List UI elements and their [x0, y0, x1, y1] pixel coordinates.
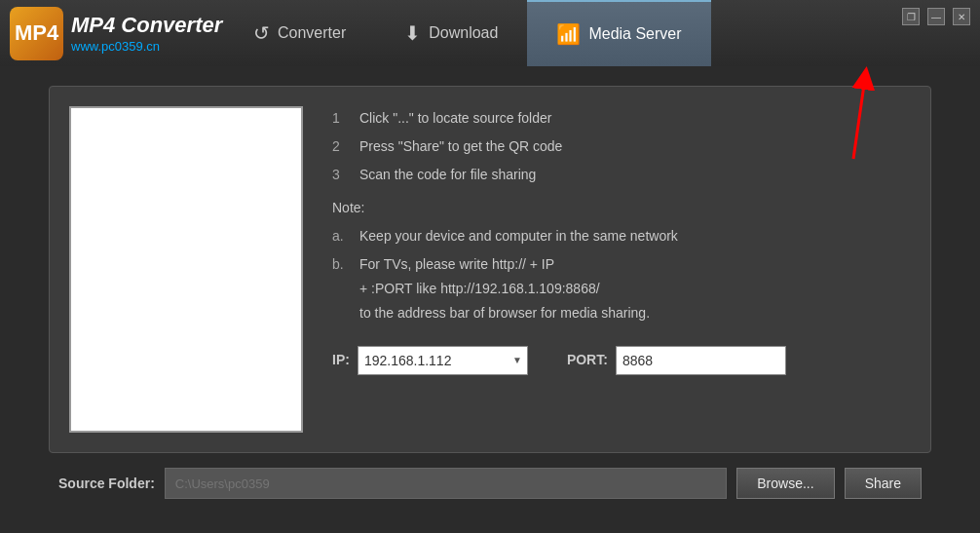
download-icon: ⬇ [404, 21, 421, 45]
ip-port-row: IP: 192.168.1.112192.168.1.1 ▼ PORT: [332, 346, 911, 375]
tab-download[interactable]: ⬇ Download [375, 0, 527, 66]
note-b: b. For TVs, please write http:// + IP + … [332, 252, 911, 326]
app-logo-icon: MP4 [10, 7, 63, 60]
source-folder-label: Source Folder: [58, 476, 155, 491]
step-2-num: 2 [332, 134, 352, 159]
app-subtitle: www.pc0359.cn [71, 39, 222, 54]
instructions-area: 1 Click "..." to locate source folder 2 … [332, 106, 911, 433]
note-label: Note: [332, 196, 911, 220]
minimize-button[interactable]: — [927, 8, 945, 25]
main-content: 1 Click "..." to locate source folder 2 … [0, 66, 980, 533]
logo-abbr: MP4 [15, 20, 58, 46]
step-3: 3 Scan the code for file sharing [332, 163, 911, 187]
logo-area: MP4 MP4 Converter www.pc0359.cn [0, 7, 224, 60]
ip-label: IP: [332, 348, 350, 372]
source-folder-input[interactable] [165, 468, 727, 499]
nav-tabs: ↺ Converter ⬇ Download 📶 Media Server [224, 0, 980, 66]
window-controls: ❐ — ✕ [902, 8, 980, 25]
step-3-text: Scan the code for file sharing [359, 163, 536, 187]
port-label: PORT: [567, 348, 608, 372]
port-field-group: PORT: [567, 346, 786, 375]
tab-converter[interactable]: ↺ Converter [224, 0, 375, 66]
browse-button[interactable]: Browse... [736, 468, 834, 499]
tab-download-label: Download [429, 24, 498, 42]
note-b-key: b. [332, 252, 352, 326]
wifi-icon: 📶 [556, 22, 581, 46]
bottom-bar: Source Folder: Browse... Share [49, 468, 931, 514]
logo-text-area: MP4 Converter www.pc0359.cn [71, 13, 222, 53]
step-1-num: 1 [332, 106, 352, 131]
port-input[interactable] [616, 346, 786, 375]
note-a-key: a. [332, 224, 352, 248]
step-2-text: Press "Share" to get the QR code [359, 134, 562, 159]
tab-converter-label: Converter [278, 24, 346, 42]
app-title: MP4 Converter [71, 13, 222, 38]
step-1-text: Click "..." to locate source folder [359, 106, 551, 131]
media-server-card: 1 Click "..." to locate source folder 2 … [49, 86, 931, 453]
note-b-text: For TVs, please write http:// + IP + :PO… [359, 252, 650, 326]
note-a: a. Keep your device and computer in the … [332, 224, 911, 248]
ip-select[interactable]: 192.168.1.112192.168.1.1 [358, 346, 528, 375]
step-1: 1 Click "..." to locate source folder [332, 106, 911, 131]
qr-code-area [69, 106, 303, 433]
converter-icon: ↺ [253, 21, 270, 45]
restore-button[interactable]: ❐ [902, 8, 920, 25]
ip-select-wrapper: 192.168.1.112192.168.1.1 ▼ [358, 346, 528, 375]
note-a-text: Keep your device and computer in the sam… [359, 224, 678, 248]
tab-media-server-label: Media Server [588, 25, 681, 43]
share-button[interactable]: Share [845, 468, 922, 499]
step-3-num: 3 [332, 163, 352, 187]
close-button[interactable]: ✕ [953, 8, 970, 25]
ip-field-group: IP: 192.168.1.112192.168.1.1 ▼ [332, 346, 528, 375]
step-2: 2 Press "Share" to get the QR code [332, 134, 911, 159]
tab-media-server[interactable]: 📶 Media Server [527, 0, 710, 66]
titlebar: MP4 MP4 Converter www.pc0359.cn ↺ Conver… [0, 0, 980, 66]
